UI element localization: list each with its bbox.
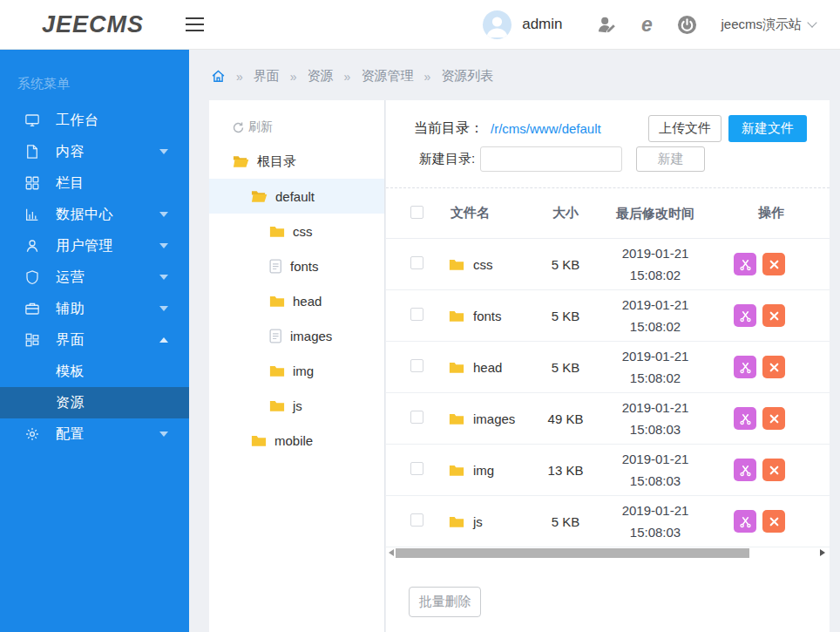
folder-icon <box>251 434 267 447</box>
row-checkbox[interactable] <box>410 462 423 475</box>
sidebar-item-工作台[interactable]: 工作台 <box>0 105 189 136</box>
tree-node-根目录[interactable]: 根目录 <box>209 144 384 179</box>
delete-button[interactable] <box>762 407 785 430</box>
breadcrumb-item[interactable]: 界面 <box>254 68 280 85</box>
sidebar-subitem-资源[interactable]: 资源 <box>0 387 189 418</box>
file-list-panel: 当前目录： /r/cms/www/default 上传文件 新建文件 新建目录:… <box>386 100 830 632</box>
sidebar-item-用户管理[interactable]: 用户管理 <box>0 230 189 262</box>
select-all-checkbox[interactable] <box>410 206 423 219</box>
delete-button[interactable] <box>762 459 785 481</box>
sidebar-item-label: 内容 <box>56 143 85 161</box>
logout-power-icon[interactable] <box>676 14 697 35</box>
file-modified: 2019-01-21 15:08:02 <box>602 294 708 338</box>
row-checkbox[interactable] <box>410 256 423 269</box>
horizontal-scrollbar[interactable] <box>386 547 830 559</box>
refresh-icon <box>232 121 245 134</box>
folder-icon <box>269 364 285 377</box>
gear-icon <box>24 426 40 442</box>
sidebar-item-内容[interactable]: 内容 <box>0 136 189 167</box>
cut-button[interactable] <box>734 356 756 378</box>
tree-node-img[interactable]: img <box>209 353 384 388</box>
row-checkbox[interactable] <box>410 308 423 321</box>
current-dir-path[interactable]: /r/cms/www/default <box>491 121 601 136</box>
tree-node-label: head <box>293 294 322 309</box>
sidebar-item-label: 栏目 <box>56 174 85 193</box>
current-dir-label: 当前目录： <box>414 119 484 138</box>
file-name[interactable]: fonts <box>473 309 502 323</box>
browser-icon[interactable]: e <box>636 14 657 35</box>
upload-file-button[interactable]: 上传文件 <box>648 115 721 142</box>
scrollbar-thumb[interactable] <box>396 548 749 558</box>
file-name[interactable]: js <box>473 514 483 529</box>
menu-toggle-icon[interactable] <box>182 14 207 35</box>
sidebar-menu: 工作台内容栏目数据中心用户管理运营辅助界面模板资源配置 <box>0 105 189 450</box>
folder-icon <box>269 225 285 238</box>
home-icon[interactable] <box>211 69 226 84</box>
row-checkbox[interactable] <box>410 513 423 527</box>
file-table: 文件名 大小 最后修改时间 操作 css5 KB2019-01-21 15:08… <box>386 187 830 547</box>
scroll-right-icon[interactable] <box>820 549 825 556</box>
user-avatar[interactable] <box>483 10 511 39</box>
file-name[interactable]: img <box>473 463 494 478</box>
new-file-button[interactable]: 新建文件 <box>728 115 807 142</box>
chevron-down-icon <box>807 17 816 27</box>
sidebar-item-界面[interactable]: 界面 <box>0 324 189 356</box>
tree-node-js[interactable]: js <box>209 388 384 423</box>
delete-button[interactable] <box>762 510 785 533</box>
sidebar-item-数据中心[interactable]: 数据中心 <box>0 199 189 230</box>
folder-open-icon <box>251 189 268 203</box>
cut-button[interactable] <box>734 459 756 481</box>
file-name[interactable]: images <box>473 411 515 426</box>
delete-button[interactable] <box>762 304 785 327</box>
delete-button[interactable] <box>762 356 785 378</box>
tree-node-label: images <box>290 329 332 343</box>
tree-node-label: js <box>293 398 302 413</box>
file-name[interactable]: head <box>473 360 502 375</box>
sidebar-subitem-模板[interactable]: 模板 <box>0 356 189 387</box>
sidebar-item-label: 界面 <box>56 331 85 350</box>
tree-node-css[interactable]: css <box>209 214 384 248</box>
chevron-down-icon <box>159 432 168 437</box>
table-header: 文件名 大小 最后修改时间 操作 <box>386 188 830 239</box>
tree-node-fonts[interactable]: fonts <box>209 248 384 283</box>
briefcase-icon <box>24 301 40 316</box>
directory-tree-panel: 刷新 根目录defaultcssfontsheadimagesimgjsmobi… <box>209 100 385 632</box>
breadcrumb-item[interactable]: 资源列表 <box>441 68 493 85</box>
column-header-size: 大小 <box>529 205 602 221</box>
refresh-button[interactable]: 刷新 <box>209 100 384 144</box>
row-checkbox[interactable] <box>410 411 423 424</box>
batch-delete-button[interactable]: 批量删除 <box>409 587 481 617</box>
breadcrumb-separator: » <box>290 70 297 84</box>
grid-icon <box>24 175 40 191</box>
new-dir-input[interactable] <box>480 146 622 172</box>
scroll-left-icon[interactable] <box>389 549 394 556</box>
tree-node-head[interactable]: head <box>209 283 384 318</box>
tree-node-default[interactable]: default <box>209 179 384 214</box>
breadcrumb-item[interactable]: 资源管理 <box>361 68 413 85</box>
cut-button[interactable] <box>734 510 756 533</box>
file-size: 5 KB <box>529 257 602 272</box>
cut-button[interactable] <box>734 253 756 275</box>
breadcrumb-item[interactable]: 资源 <box>308 68 334 85</box>
sidebar-item-辅助[interactable]: 辅助 <box>0 293 189 324</box>
delete-button[interactable] <box>762 253 785 275</box>
tree-node-images[interactable]: images <box>209 318 384 353</box>
file-size: 49 KB <box>529 411 602 426</box>
sidebar-item-运营[interactable]: 运营 <box>0 262 189 293</box>
sidebar-item-栏目[interactable]: 栏目 <box>0 167 189 199</box>
tree-node-mobile[interactable]: mobile <box>209 423 384 458</box>
create-dir-button[interactable]: 新建 <box>636 146 705 172</box>
file-size: 13 KB <box>529 463 602 478</box>
cut-button[interactable] <box>734 407 756 430</box>
app-logo: JEECMS <box>42 11 144 38</box>
user-edit-icon[interactable] <box>596 14 617 35</box>
site-selector[interactable]: jeecms演示站 <box>721 17 816 33</box>
sidebar-item-配置[interactable]: 配置 <box>0 418 189 450</box>
cut-button[interactable] <box>734 304 756 327</box>
folder-icon <box>449 515 464 528</box>
row-checkbox[interactable] <box>410 359 423 372</box>
monitor-icon <box>24 112 40 128</box>
file-name[interactable]: css <box>473 257 493 272</box>
sidebar-item-label: 用户管理 <box>56 237 113 255</box>
file-modified: 2019-01-21 15:08:02 <box>602 345 708 390</box>
